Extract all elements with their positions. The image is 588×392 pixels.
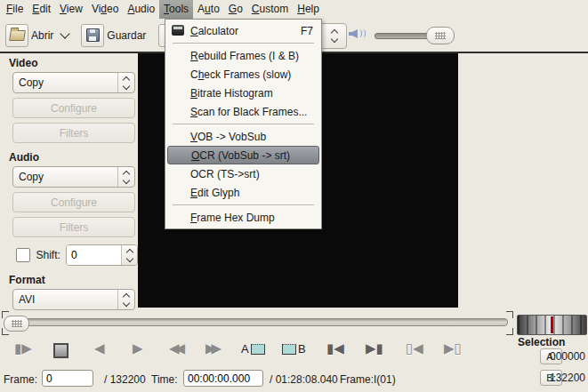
video-configure-button[interactable]: Configure [12,98,135,118]
frame-label: Frame: [4,373,37,386]
menuitem-label: Calculator [190,25,238,37]
backward-button[interactable]: ◀◀ [169,341,185,356]
grip-dots [12,320,22,327]
video-filters-button[interactable]: Filters [12,123,135,143]
format-select[interactable]: AVI [12,289,135,310]
menuitem-ocr-vobsub-srt[interactable]: OCR (VobSub -> srt) [167,146,319,164]
menu-custom-label: Custom [252,3,288,15]
menu-edit-label: Edit [32,3,51,15]
menuitem-frame-hex-dump[interactable]: Frame Hex Dump [165,208,321,227]
next-frame-button[interactable]: ▶ [133,341,143,356]
menuitem-label: OCR (VobSub -> srt) [191,149,290,162]
seek-slider-handle[interactable] [4,316,29,332]
menuitem-label: OCR (TS->srt) [190,168,260,180]
marker-b-icon [282,344,296,355]
menu-auto[interactable]: Auto [193,0,224,19]
forward-button[interactable]: ▶▶ [205,341,222,356]
menuitem-calculator[interactable]: Calculator F7 [165,21,321,40]
next-keyframe-button[interactable]: ▶▮ [366,341,383,356]
prev-black-frame-icon: ▯◀ [406,340,423,356]
menubar: File Edit View Video Audio Tools Auto Go… [0,0,588,19]
menu-view-label: View [60,3,83,15]
time-input[interactable] [183,370,263,387]
menu-help[interactable]: Help [293,0,324,19]
menuitem-shortcut: F7 [290,25,313,37]
menuitem-rebuild-frames[interactable]: Rebuild Frames (I & B) [165,46,321,65]
chevron-down-icon[interactable] [60,28,70,38]
menu-video[interactable]: Video [87,0,124,19]
video-codec-value: Copy [13,76,117,89]
spinner-arrows-icon[interactable] [121,245,137,265]
video-section-label: Video [9,57,138,69]
stop-button[interactable] [53,343,68,358]
previous-frame-button[interactable]: ◀ [94,341,105,356]
shift-input[interactable] [67,245,121,265]
volume-slider-handle[interactable] [426,27,455,44]
audio-codec-select[interactable]: Copy [12,166,135,188]
save-floppy-icon [81,24,104,47]
next-black-frame-icon: ▶▯ [444,340,462,356]
menu-audio[interactable]: Audio [123,0,159,19]
audio-configure-button[interactable]: Configure [12,192,135,212]
prev-keyframe-icon: ▮◀ [326,340,344,356]
sidebar: Video Copy Configure Filters Audio Copy … [0,53,138,310]
combo-arrows-icon [117,290,134,309]
selection-corner-mark [506,311,513,318]
previous-keyframe-button[interactable]: ▮◀ [326,341,344,356]
seek-slider-track[interactable] [4,318,508,326]
menuitem-label: Edit Glyph [190,187,239,199]
menu-custom[interactable]: Custom [247,0,293,19]
menuitem-vob-vobsub[interactable]: VOB -> VobSub [165,127,321,146]
save-button-label: Guardar [107,29,146,42]
menuitem-label: Rebuild Frames (I & B) [190,50,299,62]
format-value: AVI [13,293,117,306]
menuitem-scan-black-frames[interactable]: Scan for Black Frames... [165,102,321,121]
audio-filters-button[interactable]: Filters [12,217,135,237]
forward-icon: ▶▶ [205,340,217,356]
jog-wheel[interactable] [517,315,587,335]
menu-file[interactable]: File [2,0,28,19]
jog-marker [551,316,553,333]
combo-arrows-icon [117,73,134,92]
menu-go[interactable]: Go [224,0,247,19]
menuitem-edit-glyph[interactable]: Edit Glyph [165,183,321,202]
menuitem-check-frames[interactable]: Check Frames (slow) [165,65,321,84]
menuitem-ocr-ts-srt[interactable]: OCR (TS->srt) [165,164,321,183]
avidemux-window: File Edit View Video Audio Tools Auto Go… [0,0,588,392]
next-black-frame-button[interactable]: ▶▯ [444,341,462,356]
menuitem-label: Check Frames (slow) [190,68,291,81]
previous-black-frame-button[interactable]: ▯◀ [406,341,423,356]
selection-b-value: 132200 [539,372,585,384]
shift-spinner [66,244,138,266]
menu-tools[interactable]: Tools [159,0,193,19]
shift-checkbox[interactable] [16,248,30,262]
time-total: / 01:28:08.040 [270,373,338,386]
audio-codec-value: Copy [13,171,117,183]
audio-section-label: Audio [9,151,138,164]
video-codec-select[interactable]: Copy [12,72,135,93]
selection-corner-mark [506,328,513,335]
menu-file-label: File [6,3,23,15]
menuitem-label: Bitrate Histogram [190,87,273,100]
open-button[interactable]: Abrir [5,24,68,47]
menu-video-label: Video [92,3,119,15]
speaker-wave [360,29,366,37]
toolbar-combo-arrows[interactable] [321,23,347,49]
menu-view[interactable]: View [55,0,87,19]
menu-edit[interactable]: Edit [28,0,55,19]
set-marker-a-button[interactable]: A [241,342,265,356]
menu-go-label: Go [229,3,243,15]
menuitem-label: VOB -> VobSub [190,131,266,143]
shift-row: Shift: [16,244,138,266]
chevron-down-icon [330,36,337,43]
set-marker-b-button[interactable]: B [282,342,306,356]
menu-tools-label: Tools [164,3,189,15]
play-button[interactable]: ▮▶ [14,341,32,356]
menu-audio-label: Audio [127,3,155,15]
marker-b-label: B [298,342,306,356]
open-button-label: Abrir [31,29,53,42]
menuitem-bitrate-histogram[interactable]: Bitrate Histogram [165,84,321,102]
frame-input[interactable] [42,370,93,387]
save-button[interactable]: Guardar [81,24,146,47]
prev-frame-icon: ◀ [94,340,105,356]
